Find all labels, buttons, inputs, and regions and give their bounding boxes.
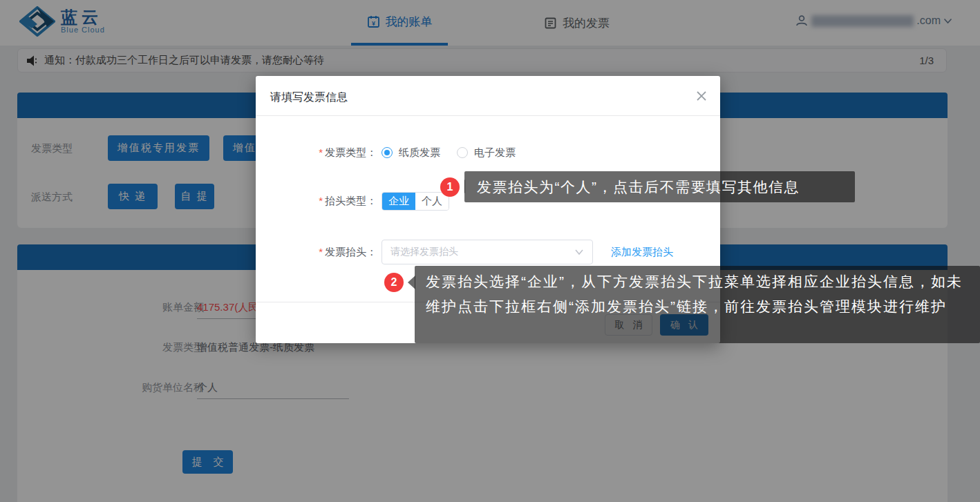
radio-label: 纸质发票: [399, 146, 440, 160]
invoice-type-field-row: *发票类型： 纸质发票 电子发票: [256, 139, 720, 166]
invoice-title-select[interactable]: 请选择发票抬头: [381, 240, 593, 264]
invoice-type-field-label: *发票类型：: [256, 146, 377, 160]
invoice-title-field-label: *发票抬头：: [256, 246, 377, 259]
add-invoice-title-link[interactable]: 添加发票抬头: [611, 246, 673, 259]
radio-label: 电子发票: [474, 146, 516, 160]
invoice-title-field-row: *发票抬头： 请选择发票抬头 添加发票抬头: [256, 238, 720, 266]
select-placeholder: 请选择发票抬头: [390, 246, 574, 258]
title-type-field-label: *抬头类型：: [256, 195, 377, 208]
radio-electronic-invoice[interactable]: 电子发票: [457, 146, 516, 160]
modal-header: 请填写发票信息: [256, 76, 720, 116]
select-chevron-down-icon: [574, 249, 584, 255]
step-2-tooltip: 发票抬头选择“企业”，从下方发票抬头下拉菜单选择相应企业抬头信息，如未维护点击下…: [415, 266, 980, 343]
close-icon[interactable]: [695, 90, 708, 102]
step-2-badge: 2: [384, 273, 404, 292]
toggle-enterprise[interactable]: 企业: [382, 193, 415, 210]
step-1-badge: 1: [440, 177, 460, 197]
required-asterisk: *: [319, 195, 323, 206]
radio-paper-invoice[interactable]: 纸质发票: [381, 146, 440, 160]
required-asterisk: *: [319, 146, 323, 158]
title-type-toggle: 企业 个人: [381, 192, 449, 211]
required-asterisk: *: [319, 246, 323, 258]
modal-title: 请填写发票信息: [270, 90, 348, 105]
radio-unselected-icon[interactable]: [457, 147, 468, 158]
step-1-tooltip: 发票抬头为“个人”，点击后不需要填写其他信息: [464, 171, 855, 202]
invoice-type-radio-group: 纸质发票 电子发票: [381, 146, 516, 160]
radio-selected-icon[interactable]: [381, 147, 393, 158]
